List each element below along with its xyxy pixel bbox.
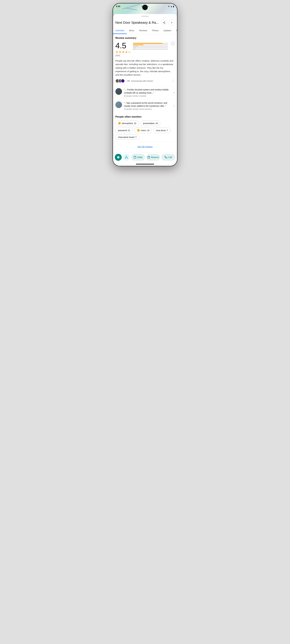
- reserve-button[interactable]: Reserve: [146, 154, 160, 161]
- mention-section-title: People often mention: [115, 115, 175, 118]
- share-button[interactable]: [161, 20, 167, 26]
- tag-charcuterie[interactable]: charcuterie board 7: [115, 135, 139, 140]
- avatar-count: +97: [127, 80, 130, 82]
- snippet-mention-1: 55 people mention cocktails: [124, 95, 172, 97]
- order-label: Order: [137, 156, 143, 158]
- svg-line-4: [164, 22, 164, 22]
- tag-tuna-tacos-count: 7: [167, 129, 168, 132]
- bar-outer-5: [133, 43, 168, 44]
- content-area: Review summary 4.5 ★★★★½ (323): [113, 34, 177, 152]
- signal-icon: ▲: [170, 5, 172, 8]
- tab-updates[interactable]: Updates: [161, 28, 174, 34]
- bar-row-1: [133, 49, 168, 50]
- tab-photos[interactable]: Photos: [150, 28, 161, 34]
- stars-display: ★★★★½: [115, 50, 131, 54]
- order-button[interactable]: Order: [131, 154, 145, 161]
- svg-point-2: [164, 23, 165, 24]
- svg-point-0: [164, 22, 165, 22]
- place-title: Next Door Speakeasy & Ra...: [115, 21, 160, 24]
- tag-atmosphere-label: atmosphere: [122, 122, 133, 124]
- tag-password[interactable]: password 21: [115, 128, 133, 133]
- stars-and-count: ★★★★½ (323): [115, 50, 131, 56]
- bar-outer-1: [133, 49, 168, 50]
- review-count: (323): [115, 54, 131, 56]
- header: Next Door Speakeasy & Ra...: [113, 18, 177, 28]
- tag-charcuterie-count: 7: [135, 136, 137, 138]
- tag-password-label: password: [118, 129, 127, 132]
- tag-menu[interactable]: 😊 menu 19: [134, 128, 152, 133]
- tag-menu-count: 19: [147, 129, 150, 132]
- review-summary-title: Review summary: [115, 36, 175, 40]
- tab-about[interactable]: About: [174, 28, 177, 34]
- svg-line-3: [164, 23, 164, 23]
- white-card: Next Door Speakeasy & Ra... Overview Me: [113, 14, 177, 166]
- avatar-stack: [115, 79, 124, 83]
- reviewer-avatar-2: [115, 102, 122, 108]
- tag-atmosphere[interactable]: 😊 atmosphere 32: [115, 120, 139, 126]
- status-time: 9:30: [116, 5, 120, 8]
- rating-bars: [133, 43, 168, 50]
- tag-atmosphere-count: 32: [134, 122, 136, 124]
- tag-charcuterie-label: charcuterie board: [118, 136, 134, 138]
- tab-overview[interactable]: Overview: [113, 28, 127, 34]
- bottom-bar: Order Reserve Call: [113, 152, 177, 162]
- directions-button[interactable]: [115, 154, 122, 161]
- snippet-text-1: "... Freshly shucked oysters and smokey …: [124, 88, 172, 94]
- mention-tags: 😊 atmosphere 32 presentation 24 password…: [115, 120, 175, 140]
- tag-presentation[interactable]: presentation 24: [140, 120, 161, 126]
- bar-outer-4: [133, 44, 168, 45]
- drag-handle: [141, 16, 149, 16]
- gemini-row: +97 Summarized with Gemini ⋮: [115, 79, 175, 83]
- rating-left: 4.5 ★★★★½ (323): [115, 42, 131, 56]
- home-bar: [136, 164, 154, 164]
- wifi-icon: ▼: [168, 5, 170, 8]
- avatar-3: [121, 79, 125, 83]
- see-all-reviews[interactable]: See all reviews: [115, 142, 175, 150]
- battery-icon: ▮: [173, 5, 174, 8]
- bar-inner-1: [133, 49, 135, 50]
- snippet-mention-2: 19 people mention secret entrance: [124, 108, 172, 110]
- bar-inner-2: [133, 48, 136, 48]
- bar-inner-3: [133, 46, 138, 47]
- location-button[interactable]: [123, 154, 130, 161]
- mention-section: People often mention 😊 atmosphere 32 pre…: [115, 115, 175, 140]
- camera-notch: [142, 5, 148, 10]
- snippet-text-2: ".. Say a password at the secret entranc…: [124, 102, 172, 108]
- snippet-content-2: ".. Say a password at the secret entranc…: [124, 102, 172, 110]
- atmosphere-emoji: 😊: [118, 122, 121, 125]
- review-snippet-1[interactable]: "... Freshly shucked oysters and smokey …: [115, 86, 175, 99]
- tag-presentation-count: 24: [156, 122, 158, 124]
- bar-row-5: [133, 43, 168, 44]
- bar-outer-3: [133, 46, 168, 47]
- snippet-arrow-2: ›: [174, 104, 175, 108]
- review-snippet-2[interactable]: ".. Say a password at the secret entranc…: [115, 99, 175, 112]
- bar-row-2: [133, 48, 168, 48]
- bar-outer-2: [133, 48, 168, 48]
- tab-menu[interactable]: Menu: [127, 28, 137, 34]
- svg-marker-9: [125, 156, 128, 158]
- tag-tuna-tacos[interactable]: tuna tacos 7: [153, 128, 170, 133]
- tag-tuna-tacos-label: tuna tacos: [156, 129, 166, 132]
- reviewer-avatar-1: [115, 88, 122, 95]
- tab-reviews[interactable]: Reviews: [137, 28, 150, 34]
- rating-number: 4.5: [115, 42, 131, 50]
- review-description: People say this bar offers creative, del…: [115, 59, 175, 76]
- snippet-content-1: "... Freshly shucked oysters and smokey …: [124, 88, 172, 97]
- gemini-left: +97 Summarized with Gemini: [115, 79, 153, 83]
- home-indicator: [113, 162, 177, 166]
- svg-rect-11: [148, 156, 150, 158]
- bar-inner-5: [133, 43, 163, 44]
- call-label: Call: [168, 156, 172, 158]
- header-buttons: [161, 20, 175, 26]
- bar-inner-4: [133, 44, 143, 45]
- reserve-label: Reserve: [151, 156, 159, 158]
- call-button[interactable]: Call: [161, 154, 175, 161]
- tag-presentation-label: presentation: [143, 122, 155, 124]
- bar-row-4: [133, 44, 168, 45]
- gemini-label: Summarized with Gemini: [131, 80, 153, 82]
- svg-point-1: [163, 22, 164, 23]
- status-icons: ▼ ▲ ▮: [168, 5, 174, 8]
- add-button[interactable]: [169, 20, 175, 26]
- info-icon[interactable]: i: [171, 42, 175, 45]
- more-options-button[interactable]: ⋮: [172, 79, 175, 83]
